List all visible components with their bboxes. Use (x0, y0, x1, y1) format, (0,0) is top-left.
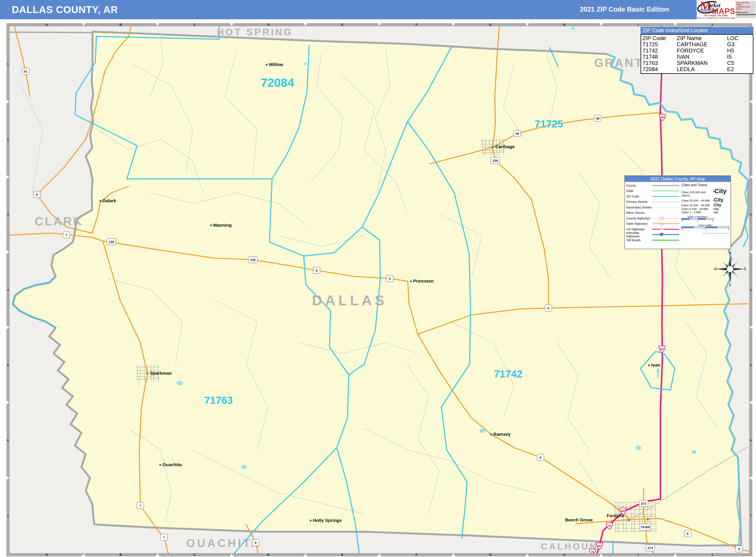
grid-number-right: 3 (750, 213, 751, 216)
county-label: CLARK (35, 214, 83, 228)
state-highway-badge-icon: 8 (313, 267, 320, 273)
zip-label: 71763 (204, 394, 233, 406)
grid-letter-bottom: G (489, 553, 492, 556)
state-highway-badge-icon: 273 (639, 500, 648, 507)
county-label: GRANT (594, 56, 643, 69)
grid-number-right: 7 (750, 514, 751, 517)
zip-index-header: ZIP CodeZIP NameLOC (642, 35, 753, 41)
state-highway-badge-icon: 8 (386, 275, 393, 282)
state-highway-badge-icon: 48 (594, 115, 601, 121)
county-label: OUACHITA (186, 537, 262, 549)
legend-ci-badge-icon: 123 (660, 222, 664, 226)
grid-number-right: 4 (750, 288, 752, 292)
state-highway-badge-icon: 9 (252, 539, 259, 546)
legend-row: ZIP Code (626, 194, 681, 199)
grid-letter-bottom: B (120, 553, 122, 556)
svg-text:8: 8 (316, 269, 318, 272)
town-dot (266, 64, 267, 65)
svg-text:E: E (744, 267, 746, 271)
town-dot (159, 464, 161, 466)
grid-letter-bottom: C (194, 553, 196, 556)
state-highway-badge-icon: 8 (736, 546, 743, 552)
town-dot (647, 519, 649, 520)
zip-index-row: 72084LEOLAE2 (642, 66, 753, 72)
town-label: Dalark (103, 198, 116, 203)
svg-text:79: 79 (608, 524, 611, 527)
legend-row: Minor Streets (626, 210, 681, 216)
state-highway-badge-icon: 229 (491, 157, 500, 164)
grid-number-right: 5 (750, 363, 751, 367)
legend-city-row: Cities 25,000 - 49,999•City (681, 203, 730, 207)
grid-letter-bottom: I (638, 553, 639, 556)
grid-number-left: 6 (7, 439, 8, 442)
svg-text:W: W (714, 267, 717, 271)
map-canvas: HOT SPRINGCLARKGRANTDALLASOUACHITACALHOU… (0, 0, 756, 557)
svg-text:S: S (729, 284, 731, 287)
legend-row: State Highways123 (626, 221, 681, 227)
legend-row: State (626, 188, 681, 194)
svg-text:8: 8 (389, 277, 391, 281)
svg-text:8: 8 (548, 306, 549, 310)
town-dot (490, 434, 492, 435)
grid-letter-top: E (341, 23, 343, 26)
svg-text:229: 229 (493, 159, 498, 163)
legend-row: Secondary Streets (626, 205, 681, 210)
town-label: Willow (269, 62, 283, 67)
town-dot (99, 200, 101, 202)
grid-number-left: 4 (7, 288, 9, 292)
town-label: Holly Springs (313, 518, 342, 523)
legend-sq-badge-icon: 123 (660, 216, 664, 220)
grid-letter-bottom: H (563, 553, 565, 556)
grid-letter-top: J (711, 23, 713, 26)
state-highway-badge-icon: 7 (137, 502, 144, 509)
zip-label: 71725 (534, 118, 563, 129)
zip-index-row: 71742FORDYCEH5 (642, 48, 753, 54)
grid-letter-bottom: J (711, 553, 713, 556)
town-dot (310, 520, 312, 522)
legend-us-badge-icon: 123 (660, 227, 664, 231)
legend-title: 2021 Dallas County, AR Map (625, 176, 730, 182)
state-highway-badge-icon: 7 (161, 534, 167, 540)
town-label: Ramsey (493, 432, 511, 437)
state-highway-badge-icon: 8 (33, 191, 40, 198)
town-label: Beech Grove (565, 517, 593, 522)
zip-index-table: ZIP Code Index/Grid Locator ZIP CodeZIP … (641, 27, 753, 74)
svg-text:167: 167 (660, 348, 664, 351)
grid-letter-bottom: A (46, 553, 48, 556)
svg-text:79-BR: 79-BR (641, 525, 650, 529)
legend-road-rows: CountyStateZIP CodePrimary StreetsSecond… (626, 183, 681, 243)
svg-text:273: 273 (641, 502, 646, 505)
grid-number-left: 2 (7, 138, 8, 141)
svg-text:N: N (729, 251, 731, 255)
zip-label: 71748 (656, 369, 660, 379)
town-label: Fordyce (607, 513, 624, 518)
town-dot (628, 519, 630, 521)
svg-text:8: 8 (687, 532, 689, 535)
grid-letter-bottom: D (267, 553, 269, 556)
town-label: Princeton (413, 278, 434, 284)
state-highway-badge-icon: 8 (545, 305, 552, 311)
grid-letter-top: C (194, 23, 196, 26)
grid-letter-bottom: E (341, 553, 343, 556)
legend-row: Primary Streets (626, 199, 681, 205)
state-highway-badge-icon: 79-BR (640, 524, 651, 530)
town-label: Ivan (651, 362, 660, 368)
grid-letter-top: A (46, 23, 48, 26)
town-label: Ouachita (163, 462, 182, 467)
svg-text:8: 8 (738, 547, 740, 551)
svg-text:48: 48 (516, 132, 519, 136)
state-highway-badge-icon: 8 (684, 530, 691, 537)
grid-number-left: 7 (7, 514, 8, 517)
legend-city-row: Cities 5,000 - 24,999•City (681, 207, 730, 211)
svg-text:9: 9 (255, 541, 256, 545)
svg-text:128: 128 (109, 240, 114, 243)
zip-index-row: 71763SPARKMANC5 (642, 60, 753, 66)
svg-text:274: 274 (647, 546, 653, 550)
svg-text:7: 7 (163, 535, 165, 539)
state-highway-badge-icon: 48 (514, 130, 521, 137)
grid-number-left: 1 (7, 63, 8, 66)
state-highway-badge-icon: 8 (537, 454, 544, 461)
town-dot (648, 364, 650, 366)
cities-header: Cities and Towns (681, 183, 730, 187)
svg-text:8: 8 (36, 193, 38, 197)
